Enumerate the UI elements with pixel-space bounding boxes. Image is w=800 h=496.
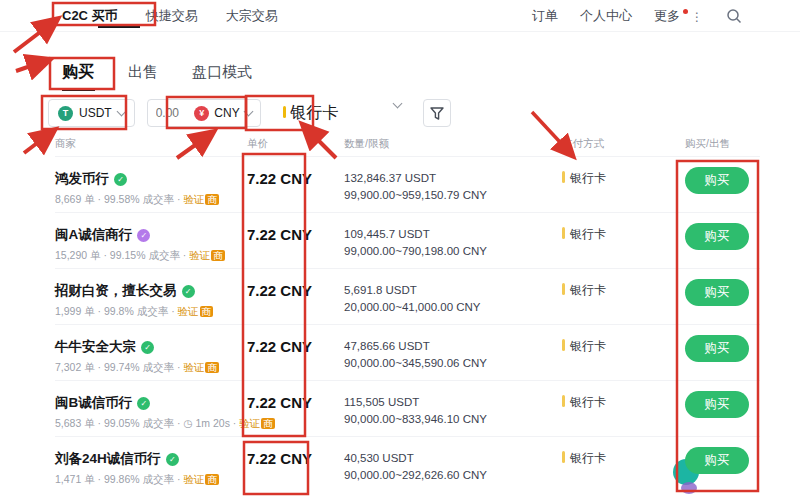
payment-select-value: 银行卡	[290, 104, 338, 121]
table-row: 牛牛安全大宗✓ 7,302 单 · 99.74% 成交率 · 验证商 7.22 …	[55, 325, 760, 381]
price: 7.22 CNY	[247, 157, 344, 212]
table-row: 刘备24H诚信币行✓ 1,471 单 · 99.86% 成交率 · 验证商 7.…	[55, 437, 760, 493]
payment-color-bar	[283, 106, 286, 118]
nav-item-block-trade[interactable]: 大宗交易	[226, 7, 278, 25]
nav-item-c2c[interactable]: C2C 买币	[62, 7, 118, 25]
available-amount: 40,530 USDT	[344, 450, 562, 467]
merchant-name[interactable]: 刘备24H诚信币行	[55, 450, 161, 468]
verified-badge-icon: ✓	[182, 285, 195, 298]
available-amount: 47,865.66 USDT	[344, 338, 562, 355]
header-action: 购买/出售	[685, 137, 760, 156]
limit-range: 20,000.00~41,000.00 CNY	[344, 299, 562, 316]
tab-active-underline	[62, 88, 95, 91]
buy-button[interactable]: 购买	[685, 335, 749, 362]
search-icon[interactable]	[726, 8, 742, 24]
available-amount: 132,846.37 USDT	[344, 170, 562, 187]
header-payment: 支付方式	[562, 137, 685, 156]
fiat-select[interactable]: ¥ CNY	[194, 106, 251, 121]
payment-color-bar	[562, 283, 565, 295]
limit-range: 90,000.00~833,946.10 CNY	[344, 411, 562, 428]
widget-blob	[681, 482, 697, 494]
price: 7.22 CNY	[247, 381, 344, 436]
price: 7.22 CNY	[247, 213, 344, 268]
tab-orderbook-mode[interactable]: 盘口模式	[192, 63, 252, 82]
merchant-stats: 1,471 单 · 99.86% 成交率 · 验证商	[55, 473, 247, 487]
payment-color-bar	[562, 451, 565, 463]
annotation-arrow-usdt	[24, 131, 53, 153]
nav-item-orders[interactable]: 订单	[532, 7, 558, 25]
table-row: 闽B诚信币行✓ 5,683 单 · 99.05% 成交率 · ◷ 1m 20s …	[55, 381, 760, 437]
payment-method-select[interactable]: 银行卡	[273, 103, 411, 124]
payment-method: 银行卡	[570, 282, 606, 299]
nav-item-account[interactable]: 个人中心	[580, 7, 632, 25]
nav-item-express-trade[interactable]: 快捷交易	[146, 7, 198, 25]
payment-method: 银行卡	[570, 226, 606, 243]
notification-dot	[683, 9, 688, 14]
top-nav: C2C 买币 快捷交易 大宗交易 订单 个人中心 更多 ⋮	[0, 0, 800, 32]
verified-tag: 验证商	[183, 473, 219, 485]
header-merchant: 商家	[55, 137, 247, 156]
fiat-select-value: CNY	[214, 106, 239, 120]
crypto-select-value: USDT	[79, 106, 112, 120]
payment-method: 银行卡	[570, 394, 606, 411]
payment-method: 银行卡	[570, 338, 606, 355]
tab-buy[interactable]: 购买	[62, 62, 94, 83]
available-amount: 115,505 USDT	[344, 394, 562, 411]
amount-input-group: ¥ CNY	[147, 99, 261, 127]
merchant-stats: 5,683 单 · 99.05% 成交率 · ◷ 1m 20s · 验证商	[55, 417, 247, 431]
table-row: 招财白资，擅长交易✓ 1,999 单 · 99.8% 成交率 · 验证商 7.2…	[55, 269, 760, 325]
header-price: 单价	[247, 137, 344, 156]
merchant-name[interactable]: 闽B诚信币行	[55, 394, 132, 412]
merchant-name[interactable]: 牛牛安全大宗	[55, 338, 136, 356]
buy-button[interactable]: 购买	[685, 279, 749, 306]
verified-tag: 验证商	[178, 305, 214, 317]
available-amount: 5,691.8 USDT	[344, 282, 562, 299]
limit-range: 99,900.00~959,150.79 CNY	[344, 187, 562, 204]
payment-color-bar	[562, 395, 565, 407]
verified-tag: 验证商	[183, 193, 219, 205]
verified-badge-icon: ✓	[137, 229, 150, 242]
filter-funnel-button[interactable]	[423, 99, 451, 127]
merchant-stats: 15,290 单 · 99.15% 成交率 · 验证商	[55, 249, 247, 263]
payment-method: 银行卡	[570, 450, 606, 467]
merchant-name[interactable]: 招财白资，擅长交易	[55, 282, 177, 300]
filter-bar: T USDT ¥ CNY 银行卡	[48, 99, 451, 127]
buy-button[interactable]: 购买	[685, 391, 749, 418]
chevron-down-icon	[392, 98, 402, 108]
table-row: 闽A诚信商行✓ 15,290 单 · 99.15% 成交率 · 验证商 7.22…	[55, 213, 760, 269]
limit-range: 99,000.00~790,198.00 CNY	[344, 243, 562, 260]
chevron-down-icon	[116, 107, 126, 117]
payment-method: 银行卡	[570, 170, 606, 187]
trade-tabs: 购买 出售 盘口模式	[62, 62, 252, 83]
tab-sell[interactable]: 出售	[128, 63, 158, 82]
header-amount-limit: 数量/限额	[344, 137, 562, 156]
available-amount: 109,445.7 USDT	[344, 226, 562, 243]
verified-tag: 验证商	[183, 361, 219, 373]
verified-badge-icon: ✓	[114, 173, 127, 186]
offers-table: 商家 单价 数量/限额 支付方式 购买/出售 鸿发币行✓ 8,669 单 · 9…	[55, 137, 760, 493]
buy-button[interactable]: 购买	[685, 447, 749, 474]
merchant-name[interactable]: 鸿发币行	[55, 170, 109, 188]
verified-badge-icon: ✓	[137, 397, 150, 410]
verified-badge-icon: ✓	[141, 341, 154, 354]
payment-color-bar	[562, 339, 565, 351]
merchant-stats: 7,302 单 · 99.74% 成交率 · 验证商	[55, 361, 247, 375]
payment-color-bar	[562, 171, 565, 183]
verified-tag: 验证商	[189, 249, 225, 261]
buy-button[interactable]: 购买	[685, 223, 749, 250]
price: 7.22 CNY	[247, 437, 344, 493]
kebab-menu-icon: ⋮	[691, 10, 704, 24]
nav-item-more[interactable]: 更多 ⋮	[654, 7, 704, 25]
price: 7.22 CNY	[247, 269, 344, 324]
price: 7.22 CNY	[247, 325, 344, 380]
merchant-name[interactable]: 闽A诚信商行	[55, 226, 132, 244]
table-header: 商家 单价 数量/限额 支付方式 购买/出售	[55, 137, 760, 157]
crypto-select[interactable]: T USDT	[48, 99, 135, 127]
chevron-down-icon	[243, 107, 253, 117]
buy-button[interactable]: 购买	[685, 167, 749, 194]
merchant-stats: 1,999 单 · 99.8% 成交率 · 验证商	[55, 305, 247, 319]
cny-coin-icon: ¥	[194, 106, 209, 121]
verified-badge-icon: ✓	[166, 453, 179, 466]
nav-active-underline	[98, 26, 140, 28]
amount-input[interactable]	[156, 106, 190, 120]
